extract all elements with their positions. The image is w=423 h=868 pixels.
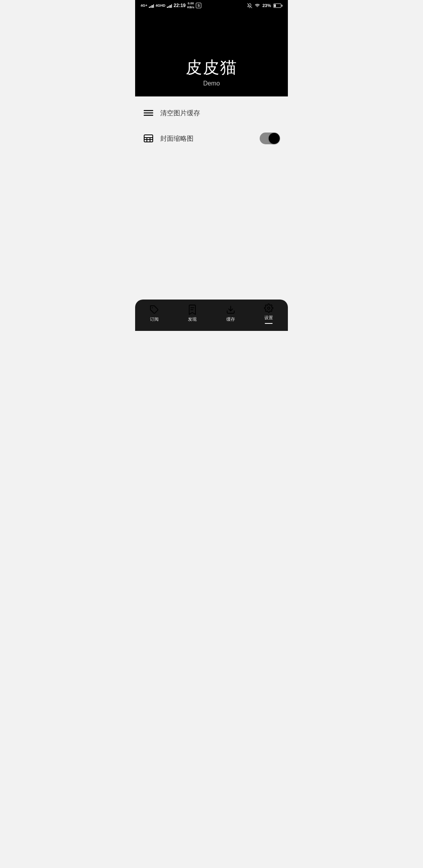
settings-icon (264, 303, 274, 313)
subscribe-label: 订阅 (150, 316, 159, 322)
nav-item-settings[interactable]: 设置 (250, 303, 288, 324)
cover-thumbnail-icon (143, 133, 154, 144)
battery-percent: 23% (262, 3, 271, 8)
wifi-icon (255, 3, 260, 8)
cover-thumbnail-label: 封面缩略图 (160, 134, 253, 143)
cache-icon (226, 305, 236, 315)
status-bar: 4G+ 4GHD 22:19 0.00KB/s S (135, 0, 288, 10)
network-speed: 0.00KB/s (187, 2, 194, 9)
toggle-knob (269, 133, 280, 144)
bell-muted-icon (247, 3, 252, 8)
settings-label: 设置 (264, 315, 273, 321)
clear-cache-icon (143, 107, 154, 118)
clear-cache-label: 清空图片缓存 (160, 109, 280, 118)
discover-icon (187, 305, 197, 315)
cover-thumbnail-toggle[interactable] (260, 133, 280, 144)
network1-label: 4G+ (141, 4, 147, 7)
app-header: 皮皮猫 Demo (135, 10, 288, 96)
discover-label: 发现 (188, 316, 197, 322)
app-title: 皮皮猫 (186, 56, 237, 78)
status-left: 4G+ 4GHD 22:19 0.00KB/s S (141, 2, 201, 9)
time-display: 22:19 (174, 3, 186, 8)
settings-list: 清空图片缓存 封面缩略图 (135, 96, 288, 300)
signal-bars-1 (149, 3, 154, 8)
svg-line-0 (248, 3, 252, 8)
nav-item-subscribe[interactable]: 订阅 (135, 305, 174, 322)
signal-bars-2 (167, 3, 172, 8)
network2-label: 4GHD (155, 4, 165, 7)
clear-cache-item[interactable]: 清空图片缓存 (135, 100, 288, 125)
nav-item-discover[interactable]: 发现 (174, 305, 212, 322)
svg-point-1 (257, 7, 257, 7)
subscribe-icon (149, 305, 159, 315)
nav-item-cache[interactable]: 缓存 (212, 305, 250, 322)
cache-label: 缓存 (226, 316, 235, 322)
cover-thumbnail-item[interactable]: 封面缩略图 (135, 125, 288, 151)
status-right: 23% (247, 3, 282, 8)
bottom-nav: 订阅 发现 缓存 设置 (135, 300, 288, 331)
svg-rect-5 (144, 135, 153, 142)
app-subtitle: Demo (203, 80, 220, 87)
s-app-icon: S (196, 3, 201, 8)
battery-icon (273, 4, 282, 8)
svg-point-14 (268, 307, 270, 309)
